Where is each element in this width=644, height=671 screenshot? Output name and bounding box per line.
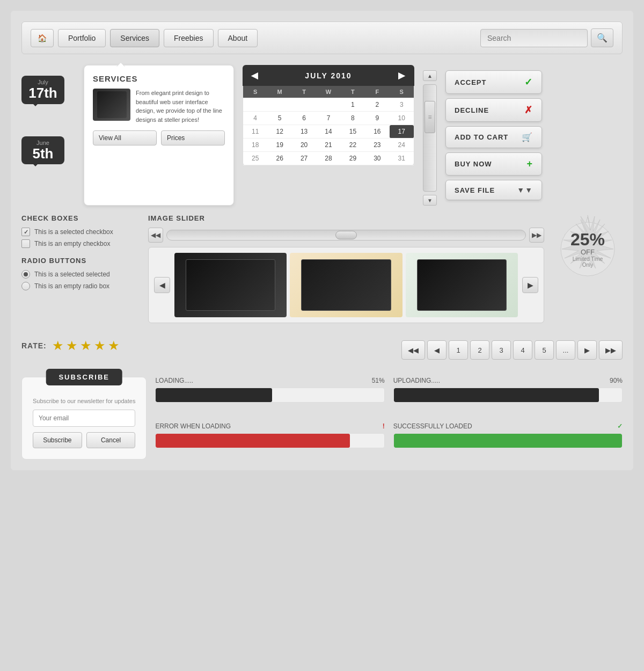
cal-cell[interactable]: 11 <box>243 125 267 138</box>
action-buttons: ACCEPT ✓ DECLINE ✗ ADD TO CART 🛒 BUY NOW… <box>445 65 542 206</box>
accept-button[interactable]: ACCEPT ✓ <box>445 70 542 94</box>
cal-cell[interactable]: 1 <box>341 98 365 112</box>
save-file-button[interactable]: SAVE FILE ▼▼ <box>445 180 542 200</box>
services-panel: SERVICES From elegant print design to be… <box>84 65 234 206</box>
cal-cell[interactable]: 9 <box>365 112 389 125</box>
star-3[interactable]: ★ <box>80 338 92 353</box>
cal-cell[interactable] <box>292 98 316 112</box>
slider-prev-button[interactable]: ◀ <box>154 277 170 293</box>
cal-cell[interactable]: 7 <box>316 112 340 125</box>
slider-next-button[interactable]: ▶ <box>522 277 538 293</box>
scroll-down-button[interactable]: ▼ <box>423 195 437 206</box>
radio-selected-circle[interactable] <box>21 270 30 279</box>
nav-freebies-button[interactable]: Freebies <box>164 29 213 47</box>
page-2-button[interactable]: 2 <box>470 340 489 360</box>
add-to-cart-button[interactable]: ADD TO CART 🛒 <box>445 126 542 148</box>
calendar-week-4: 18 19 20 21 22 23 24 <box>243 138 414 152</box>
discount-badge: 25% OFF Limited Time Only <box>553 214 623 323</box>
cal-cell[interactable]: 16 <box>365 125 389 138</box>
cal-cell[interactable]: 26 <box>267 152 291 165</box>
star-2[interactable]: ★ <box>66 338 78 353</box>
cal-cell[interactable]: 5 <box>267 112 291 125</box>
cal-cell[interactable]: 13 <box>292 125 316 138</box>
page-1-button[interactable]: 1 <box>449 340 468 360</box>
page-prev-button[interactable]: ◀ <box>427 340 447 360</box>
uploading-percent: 90% <box>610 377 623 384</box>
cal-cell[interactable]: 20 <box>292 138 316 152</box>
scroll-thumb[interactable] <box>425 101 435 133</box>
cal-today[interactable]: 17 <box>390 125 414 138</box>
nav-home-button[interactable]: 🏠 <box>31 29 54 47</box>
cal-cell[interactable]: 23 <box>365 138 389 152</box>
slider-handle[interactable] <box>335 231 357 239</box>
slider-track[interactable] <box>166 230 526 240</box>
radio-empty-label: This is an empty radio box <box>34 282 109 290</box>
cal-cell[interactable]: 14 <box>316 125 340 138</box>
nav-about-button[interactable]: About <box>218 29 258 47</box>
cal-cell[interactable]: 29 <box>341 152 365 165</box>
cal-cell[interactable]: 3 <box>390 98 414 112</box>
cal-cell[interactable]: 10 <box>390 112 414 125</box>
search-input[interactable] <box>480 29 588 47</box>
decline-button[interactable]: DECLINE ✗ <box>445 98 542 122</box>
page-ellipsis[interactable]: ... <box>556 340 575 360</box>
view-all-button[interactable]: View All <box>93 130 157 145</box>
cal-cell[interactable]: 24 <box>390 138 414 152</box>
nav-services-button[interactable]: Services <box>110 29 159 47</box>
subscribe-button[interactable]: Subscribe <box>33 432 82 448</box>
nav-portfolio-button[interactable]: Portfolio <box>58 29 106 47</box>
cal-cell[interactable]: 2 <box>365 98 389 112</box>
cal-cell[interactable]: 18 <box>243 138 267 152</box>
search-button[interactable]: 🔍 <box>591 28 613 47</box>
decline-icon: ✗ <box>524 104 533 116</box>
plus-icon: + <box>526 158 533 170</box>
bubble-day-2: 5th <box>28 146 58 162</box>
page-forward-button[interactable]: ▶▶ <box>599 340 623 360</box>
buy-now-button[interactable]: BUY NOW + <box>445 152 542 176</box>
cal-cell[interactable] <box>316 98 340 112</box>
checkbox-empty-box[interactable] <box>21 239 30 248</box>
cal-cell[interactable]: 4 <box>243 112 267 125</box>
cancel-button[interactable]: Cancel <box>86 432 136 448</box>
success-progress: SUCCESSFULLY LOADED ✓ <box>393 422 623 460</box>
radio-empty-circle[interactable] <box>21 282 30 290</box>
page-5-button[interactable]: 5 <box>535 340 554 360</box>
page-next-button[interactable]: ▶ <box>577 340 597 360</box>
rate-label: RATE: <box>21 341 47 350</box>
error-progress: ERROR WHEN LOADING ! <box>155 422 384 460</box>
cal-cell[interactable]: 28 <box>316 152 340 165</box>
page-rewind-button[interactable]: ◀◀ <box>401 340 425 360</box>
cal-cell[interactable]: 8 <box>341 112 365 125</box>
cal-cell[interactable] <box>243 98 267 112</box>
slider-rewind-button[interactable]: ◀◀ <box>148 228 163 243</box>
cal-cell[interactable]: 25 <box>243 152 267 165</box>
star-5[interactable]: ★ <box>108 338 120 353</box>
loading-bar-fill <box>156 388 272 402</box>
page-3-button[interactable]: 3 <box>492 340 511 360</box>
cal-cell[interactable] <box>267 98 291 112</box>
cal-cell[interactable]: 30 <box>365 152 389 165</box>
cal-cell[interactable]: 12 <box>267 125 291 138</box>
checkbox-checked[interactable] <box>21 228 30 236</box>
page-4-button[interactable]: 4 <box>513 340 532 360</box>
cal-cell[interactable]: 31 <box>390 152 414 165</box>
email-input[interactable] <box>33 410 135 427</box>
cal-cell[interactable]: 21 <box>316 138 340 152</box>
cal-prev-button[interactable]: ◀ <box>251 70 259 81</box>
discount-off: OFF <box>570 248 605 256</box>
cal-cell[interactable]: 15 <box>341 125 365 138</box>
cal-cell[interactable]: 19 <box>267 138 291 152</box>
calendar-week-5: 25 26 27 28 29 30 31 <box>243 152 414 165</box>
cal-cell[interactable]: 22 <box>341 138 365 152</box>
scroll-up-button[interactable]: ▲ <box>423 70 437 81</box>
success-icon: ✓ <box>617 422 623 430</box>
form-controls: CHECK BOXES This is a selected checkbox … <box>21 214 140 323</box>
error-icon: ! <box>383 422 385 430</box>
cal-cell[interactable]: 6 <box>292 112 316 125</box>
cal-cell[interactable]: 27 <box>292 152 316 165</box>
slider-forward-button[interactable]: ▶▶ <box>529 228 544 243</box>
star-4[interactable]: ★ <box>94 338 106 353</box>
cal-next-button[interactable]: ▶ <box>398 70 406 81</box>
prices-button[interactable]: Prices <box>161 130 225 145</box>
star-1[interactable]: ★ <box>52 338 64 353</box>
